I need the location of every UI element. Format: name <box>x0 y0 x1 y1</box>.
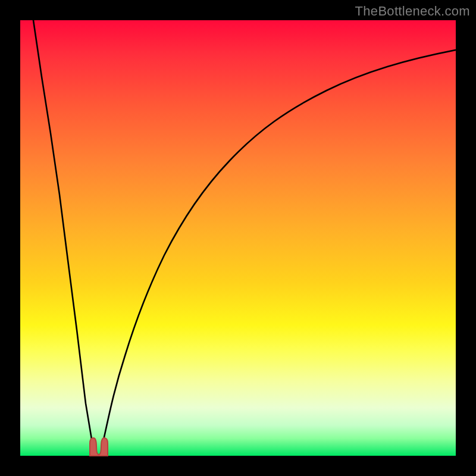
curve-left-branch <box>33 20 92 443</box>
minimum-marker <box>90 438 108 456</box>
curve-right-branch <box>103 50 456 443</box>
plot-area <box>20 20 456 456</box>
watermark-text: TheBottleneck.com <box>355 4 470 19</box>
chart-frame: TheBottleneck.com <box>0 0 476 476</box>
bottleneck-curve <box>20 20 456 456</box>
